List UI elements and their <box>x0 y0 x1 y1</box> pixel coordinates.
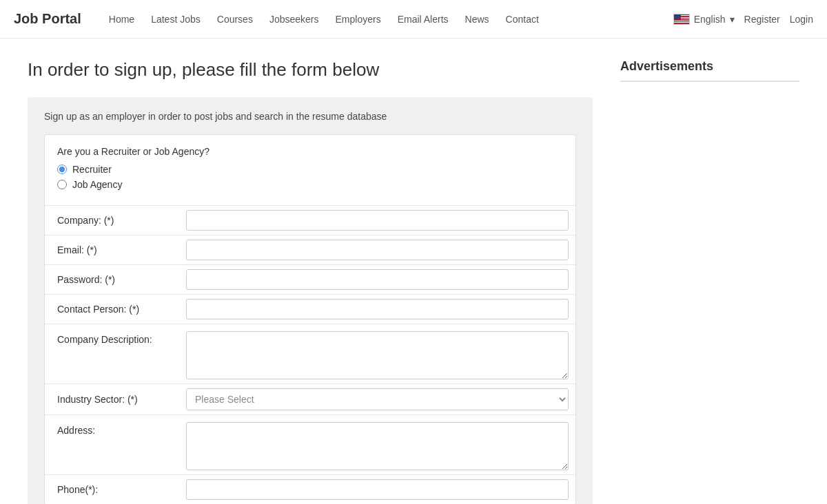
nav-links: Home Latest Jobs Courses Jobseekers Empl… <box>102 10 673 29</box>
radio-job-agency-label: Job Agency <box>72 179 122 190</box>
radio-section: Are you a Recruiter or Job Agency? Recru… <box>45 135 575 206</box>
industry-sector-row: Industry Sector: (*) Please Select <box>45 384 575 415</box>
nav-jobseekers[interactable]: Jobseekers <box>263 10 326 29</box>
email-row: Email: (*) <box>45 235 575 265</box>
chevron-down-icon: ▾ <box>730 14 735 25</box>
login-link[interactable]: Login <box>790 14 813 25</box>
ads-title: Advertisements <box>620 59 799 82</box>
phone-input[interactable] <box>186 479 569 500</box>
password-input-wrap <box>179 265 575 294</box>
language-label: English <box>694 14 726 25</box>
nav-courses[interactable]: Courses <box>210 10 260 29</box>
contact-person-row: Contact Person: (*) <box>45 295 575 324</box>
radio-recruiter-label: Recruiter <box>72 164 112 175</box>
nav-news[interactable]: News <box>458 10 496 29</box>
nav-email-alerts[interactable]: Email Alerts <box>391 10 456 29</box>
navbar: Job Portal Home Latest Jobs Courses Jobs… <box>0 0 827 39</box>
industry-sector-input-wrap: Please Select <box>179 384 575 414</box>
radio-recruiter-input[interactable] <box>57 165 67 174</box>
navbar-right: English ▾ Register Login <box>673 14 813 25</box>
nav-home[interactable]: Home <box>102 10 141 29</box>
contact-person-input-wrap <box>179 295 575 324</box>
content-left: In order to sign up, please fill the for… <box>28 59 593 504</box>
address-label: Address: <box>45 415 179 474</box>
main-content: In order to sign up, please fill the for… <box>14 39 813 504</box>
radio-job-agency[interactable]: Job Agency <box>57 179 563 190</box>
phone-label: Phone(*): <box>45 475 179 504</box>
company-input-wrap <box>179 206 575 235</box>
company-description-row: Company Description: <box>45 324 575 384</box>
industry-sector-select[interactable]: Please Select <box>186 388 569 410</box>
password-label: Password: (*) <box>45 265 179 294</box>
nav-employers[interactable]: Employers <box>329 10 388 29</box>
sidebar: Advertisements <box>620 59 799 504</box>
page-title: In order to sign up, please fill the for… <box>28 59 593 81</box>
email-input-wrap <box>179 235 575 264</box>
form-inner: Are you a Recruiter or Job Agency? Recru… <box>44 134 576 504</box>
address-row: Address: <box>45 415 575 475</box>
email-label: Email: (*) <box>45 235 179 264</box>
nav-contact[interactable]: Contact <box>499 10 546 29</box>
phone-row: Phone(*): <box>45 475 575 504</box>
radio-recruiter[interactable]: Recruiter <box>57 164 563 175</box>
radio-question: Are you a Recruiter or Job Agency? <box>57 146 563 157</box>
company-description-input-wrap <box>179 324 575 384</box>
address-textarea[interactable] <box>186 422 569 470</box>
phone-input-wrap <box>179 475 575 504</box>
language-selector[interactable]: English ▾ <box>673 14 735 25</box>
company-row: Company: (*) <box>45 206 575 235</box>
password-input[interactable] <box>186 269 569 290</box>
company-description-textarea[interactable] <box>186 331 569 379</box>
form-card: Sign up as an employer in order to post … <box>28 97 593 504</box>
nav-latest-jobs[interactable]: Latest Jobs <box>144 10 207 29</box>
company-input[interactable] <box>186 210 569 231</box>
flag-icon <box>673 14 690 25</box>
contact-person-label: Contact Person: (*) <box>45 295 179 324</box>
company-description-label: Company Description: <box>45 324 179 384</box>
address-input-wrap <box>179 415 575 474</box>
register-link[interactable]: Register <box>744 14 780 25</box>
password-row: Password: (*) <box>45 265 575 295</box>
industry-sector-label: Industry Sector: (*) <box>45 384 179 414</box>
contact-person-input[interactable] <box>186 299 569 319</box>
company-label: Company: (*) <box>45 206 179 235</box>
radio-job-agency-input[interactable] <box>57 180 67 189</box>
form-subtitle: Sign up as an employer in order to post … <box>44 111 576 122</box>
brand-logo[interactable]: Job Portal <box>14 11 81 27</box>
email-input[interactable] <box>186 240 569 260</box>
